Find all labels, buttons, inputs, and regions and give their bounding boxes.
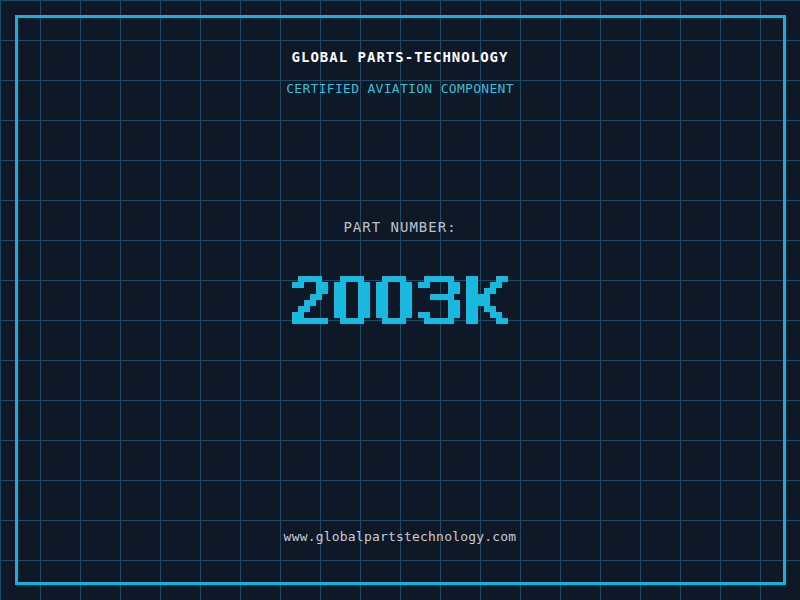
certificate-page: GLOBAL PARTS-TECHNOLOGY CERTIFIED AVIATI… bbox=[0, 0, 800, 600]
company-title: GLOBAL PARTS-TECHNOLOGY bbox=[0, 50, 800, 65]
part-number-label: PART NUMBER: bbox=[0, 220, 800, 235]
certification-subtitle: CERTIFIED AVIATION COMPONENT bbox=[0, 82, 800, 96]
website-url: www.globalpartstechnology.com bbox=[0, 530, 800, 544]
part-number-value bbox=[0, 276, 800, 324]
